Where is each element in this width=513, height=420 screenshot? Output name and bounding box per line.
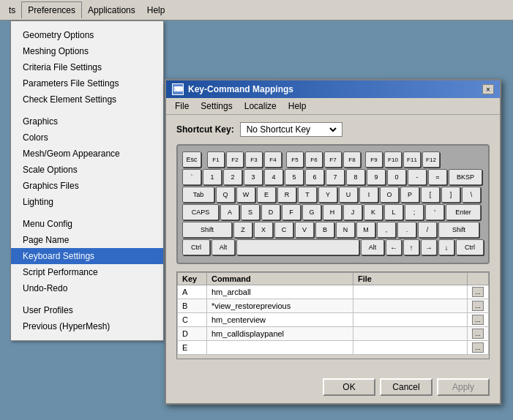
key-p[interactable]: P	[400, 187, 419, 203]
key-rbracket[interactable]: ]	[441, 187, 460, 203]
dropdown-item-colors[interactable]: Colors	[11, 130, 163, 146]
key-lbracket[interactable]: [	[421, 187, 440, 203]
table-row[interactable]: C hm_centerview ...	[178, 313, 489, 327]
cell-ellipsis[interactable]: ...	[468, 299, 489, 313]
ellipsis-button[interactable]: ...	[472, 342, 484, 353]
key-d[interactable]: D	[261, 204, 280, 220]
key-command-table-scroll[interactable]: Key Command File A hm_arcball ... B *vie…	[177, 272, 489, 359]
dropdown-item-parameters-file[interactable]: Parameters File Settings	[11, 75, 163, 91]
key-u[interactable]: U	[339, 187, 358, 203]
cell-ellipsis[interactable]: ...	[468, 285, 489, 299]
ellipsis-button[interactable]: ...	[472, 315, 484, 325]
key-w[interactable]: W	[236, 187, 255, 203]
dropdown-item-page-name[interactable]: Page Name	[11, 232, 163, 248]
dialog-menu-settings[interactable]: Settings	[195, 100, 238, 113]
key-3[interactable]: 3	[244, 169, 263, 185]
dialog-menu-help[interactable]: Help	[282, 100, 312, 113]
key-arrow-left[interactable]: ←	[386, 239, 402, 255]
cell-ellipsis[interactable]: ...	[468, 327, 489, 341]
key-tab[interactable]: Tab	[182, 187, 214, 203]
key-f9[interactable]: F9	[365, 151, 383, 168]
key-c[interactable]: C	[274, 222, 293, 238]
ellipsis-button[interactable]: ...	[472, 301, 484, 311]
dropdown-item-criteria-file[interactable]: Criteria File Settings	[11, 59, 163, 75]
key-r[interactable]: R	[277, 187, 296, 203]
cell-ellipsis[interactable]: ...	[468, 313, 489, 327]
key-7[interactable]: 7	[326, 169, 345, 185]
shortcut-select-container[interactable]: No Shortcut KeyF1F2F3F4F5F6F7F8F9F10F11F…	[240, 122, 342, 137]
key-backspace[interactable]: BKSP	[449, 169, 482, 185]
key-caps[interactable]: CAPS	[182, 204, 219, 220]
key-comma[interactable]: ,	[377, 222, 396, 238]
key-y[interactable]: Y	[318, 187, 337, 203]
key-z[interactable]: Z	[233, 222, 252, 238]
key-6[interactable]: 6	[305, 169, 324, 185]
key-0[interactable]: 0	[387, 169, 406, 185]
key-a[interactable]: A	[220, 204, 239, 220]
table-row[interactable]: B *view_restoreprevious ...	[178, 299, 489, 313]
menubar-item-applications[interactable]: Applications	[82, 2, 141, 18]
dropdown-item-graphics-files[interactable]: Graphics Files	[11, 178, 163, 194]
key-2[interactable]: 2	[223, 169, 242, 185]
key-f8[interactable]: F8	[343, 151, 361, 168]
menubar-item-ts[interactable]: ts	[3, 2, 21, 18]
key-quote[interactable]: '	[425, 204, 444, 220]
key-e[interactable]: E	[257, 187, 276, 203]
key-x[interactable]: X	[254, 222, 273, 238]
key-h[interactable]: H	[323, 204, 342, 220]
shortcut-key-select[interactable]: No Shortcut KeyF1F2F3F4F5F6F7F8F9F10F11F…	[244, 124, 339, 135]
key-arrow-down[interactable]: ↓	[438, 239, 454, 255]
cancel-button[interactable]: Cancel	[380, 378, 433, 396]
key-alt-right[interactable]: Alt	[361, 239, 384, 255]
table-row[interactable]: A hm_arcball ...	[178, 285, 489, 299]
key-f1[interactable]: F1	[207, 151, 225, 168]
key-ctrl-right[interactable]: Ctrl	[456, 239, 484, 255]
key-f12[interactable]: F12	[422, 151, 440, 168]
dropdown-item-script-performance[interactable]: Script Performance	[11, 264, 163, 280]
dropdown-item-user-profiles[interactable]: User Profiles	[11, 302, 163, 318]
key-esc[interactable]: Esc	[182, 151, 201, 168]
key-space[interactable]	[236, 239, 359, 255]
table-row[interactable]: D hm_calldisplaypanel ...	[178, 327, 489, 341]
key-f2[interactable]: F2	[226, 151, 244, 168]
dropdown-item-undo-redo[interactable]: Undo-Redo	[11, 280, 163, 296]
key-i[interactable]: I	[359, 187, 378, 203]
key-m[interactable]: M	[356, 222, 375, 238]
key-enter[interactable]: Enter	[446, 204, 481, 220]
dropdown-item-menu-config[interactable]: Menu Config	[11, 216, 163, 232]
key-semicolon[interactable]: ;	[405, 204, 424, 220]
key-b[interactable]: B	[315, 222, 334, 238]
key-j[interactable]: J	[343, 204, 362, 220]
key-slash[interactable]: /	[418, 222, 437, 238]
key-equals[interactable]: =	[428, 169, 447, 185]
key-1[interactable]: 1	[203, 169, 222, 185]
key-arrow-up[interactable]: ↑	[403, 239, 419, 255]
apply-button[interactable]: Apply	[437, 378, 490, 396]
key-t[interactable]: T	[298, 187, 317, 203]
dropdown-item-check-element[interactable]: Check Element Settings	[11, 91, 163, 108]
key-f10[interactable]: F10	[384, 151, 402, 168]
menubar-item-help[interactable]: Help	[141, 2, 171, 18]
key-f5[interactable]: F5	[286, 151, 304, 168]
key-f7[interactable]: F7	[324, 151, 342, 168]
key-f6[interactable]: F6	[305, 151, 323, 168]
key-o[interactable]: O	[380, 187, 399, 203]
key-arrow-right[interactable]: →	[421, 239, 437, 255]
menubar-item-preferences[interactable]: Preferences	[21, 1, 82, 18]
key-8[interactable]: 8	[346, 169, 365, 185]
key-backslash[interactable]: \	[462, 187, 481, 203]
dropdown-item-geometry-options[interactable]: Geometry Options	[11, 27, 163, 43]
dropdown-item-graphics[interactable]: Graphics	[11, 113, 163, 130]
key-ctrl-left[interactable]: Ctrl	[182, 239, 210, 255]
key-minus[interactable]: -	[408, 169, 427, 185]
key-f3[interactable]: F3	[245, 151, 263, 168]
key-alt-left[interactable]: Alt	[211, 239, 235, 255]
ellipsis-button[interactable]: ...	[472, 329, 484, 339]
key-9[interactable]: 9	[367, 169, 386, 185]
key-5[interactable]: 5	[285, 169, 304, 185]
key-f11[interactable]: F11	[403, 151, 421, 168]
key-n[interactable]: N	[336, 222, 355, 238]
dropdown-item-mesh-geom[interactable]: Mesh/Geom Appearance	[11, 146, 163, 162]
cell-ellipsis[interactable]: ...	[468, 341, 489, 355]
dialog-menu-localize[interactable]: Localize	[239, 100, 282, 113]
